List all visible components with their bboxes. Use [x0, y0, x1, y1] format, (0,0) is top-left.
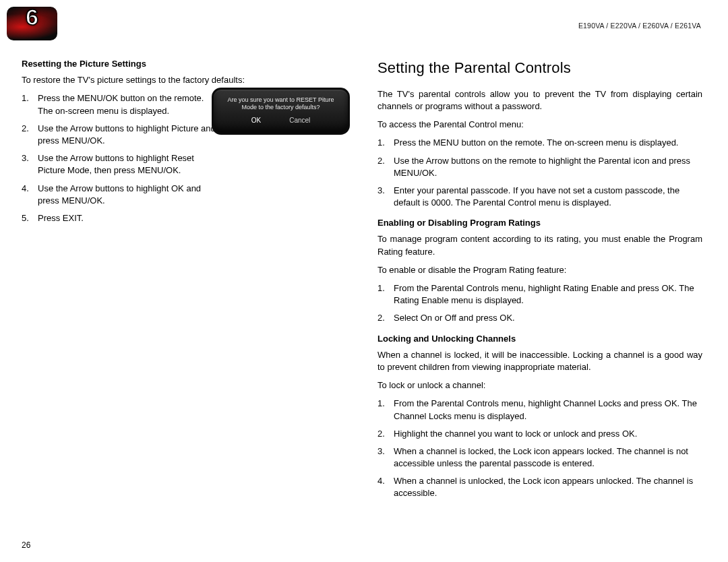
page-number: 26 [22, 540, 30, 550]
list-item: Enter your parental passcode. If you hav… [377, 185, 702, 209]
left-intro: To restore the TV's picture settings to … [22, 74, 346, 86]
sub2-head: Locking and Unlocking Channels [377, 333, 702, 345]
list-item: When a channel is unlocked, the Lock ico… [377, 475, 702, 499]
sub2-p2: To lock or unlock a channel: [377, 379, 702, 392]
left-subhead: Resetting the Picture Settings [22, 58, 346, 70]
sub1-head: Enabling or Disabling Program Ratings [377, 217, 702, 229]
device-dialog-message: Are you sure you want to RESET Piture Mo… [218, 96, 344, 112]
header-models: E190VA / E220VA / E260VA / E261VA [578, 22, 701, 30]
device-dialog: Are you sure you want to RESET Piture Mo… [212, 88, 350, 135]
right-access-intro: To access the Parental Control menu: [377, 119, 702, 131]
section-title: Setting the Parental Controls [377, 58, 702, 79]
right-intro: The TV's parental controls allow you to … [377, 88, 702, 113]
device-dialog-cancel: Cancel [289, 116, 310, 125]
list-item: Use the Arrow buttons to highlight Reset… [22, 152, 217, 177]
list-item: Press the MENU button on the remote. The… [377, 137, 702, 149]
list-item: Select On or Off and press OK. [377, 312, 702, 324]
left-steps: Press the MENU/OK button on the remote. … [22, 92, 217, 224]
right-access-steps: Press the MENU button on the remote. The… [377, 137, 702, 209]
list-item: When a channel is locked, the Lock icon … [377, 445, 702, 470]
list-item: Press the MENU/OK button on the remote. … [22, 92, 217, 117]
list-item: Press EXIT. [22, 212, 217, 224]
list-item: Highlight the channel you want to lock o… [377, 428, 702, 440]
left-column: Resetting the Picture Settings To restor… [22, 54, 346, 535]
device-dialog-ok: OK [251, 116, 261, 125]
sub1-steps: From the Parental Controls menu, highlig… [377, 282, 702, 325]
list-item: From the Parental Controls menu, highlig… [377, 282, 702, 307]
right-column: Setting the Parental Controls The TV's p… [377, 54, 702, 535]
list-item: Use the Arrow buttons to highlight OK an… [22, 183, 217, 207]
list-item: From the Parental Controls menu, highlig… [377, 398, 702, 422]
sub2-steps: From the Parental Controls menu, highlig… [377, 398, 702, 499]
chapter-number: 6 [7, 0, 57, 34]
list-item: Use the Arrow buttons to highlight Pictu… [22, 123, 217, 147]
sub1-p2: To enable or disable the Program Rating … [377, 264, 702, 276]
list-item: Use the Arrow buttons on the remote to h… [377, 155, 702, 179]
sub1-p1: To manage program content according to i… [377, 233, 702, 257]
sub2-p1: When a channel is locked, it will be ina… [377, 349, 702, 373]
